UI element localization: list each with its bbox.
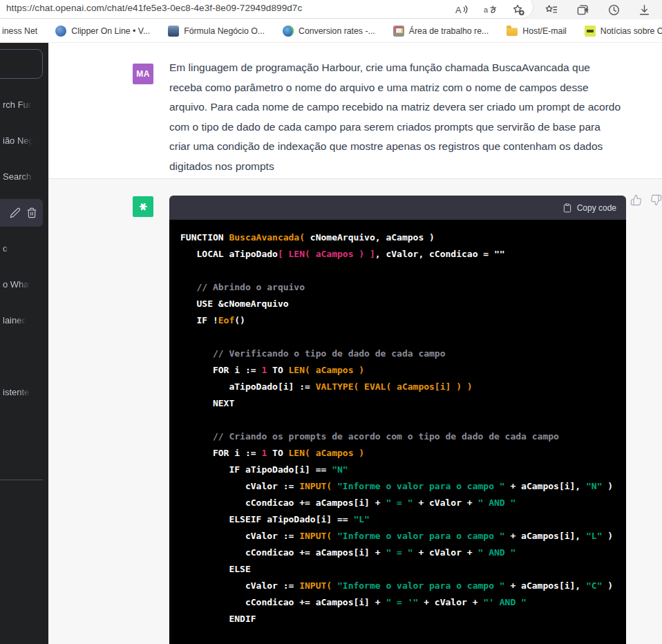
feedback-buttons: [630, 194, 662, 206]
chatgpt-avatar: [133, 196, 153, 217]
code-line: FUNCTION BuscaAvancada( cNomeArquivo, aC…: [180, 229, 621, 246]
code-line: FOR i := 1 TO LEN( aCampos ): [180, 445, 621, 462]
bookmark-item[interactable]: Fórmula Negócio O...: [168, 26, 265, 37]
thumbs-down-icon[interactable]: [650, 194, 662, 206]
bookmark-label: Área de trabalho re...: [409, 26, 489, 36]
svg-text:A: A: [455, 4, 461, 15]
code-line: cValor := INPUT( "Informe o valor para o…: [180, 528, 621, 544]
sidebar-chat-item[interactable]: lained: [3, 315, 27, 329]
bookmark-item[interactable]: Host/E-mail: [507, 26, 567, 36]
bookmark-label: iness Net: [2, 26, 37, 36]
bookmark-item[interactable]: Notícias sobre Cop...: [585, 26, 662, 37]
downloads-icon[interactable]: [636, 1, 652, 18]
browser-toolbar: https://chat.openai.com/chat/e41fe5e3-0e…: [0, 0, 662, 19]
sidebar-chat-item-selected[interactable]: [0, 199, 43, 227]
code-line: ELSEIF aTipoDado[i] == "L": [180, 511, 621, 528]
bookmarks-bar: iness NetClipper On Line • V...Fórmula N…: [0, 19, 662, 43]
url-text: https://chat.openai.com/chat/e41fe5e3-0e…: [6, 3, 302, 13]
folder-favicon-icon: [507, 28, 518, 36]
code-body: FUNCTION BuscaAvancada( cNomeArquivo, aC…: [169, 220, 626, 644]
code-line: cCondicao += aCampos[i] + " = '" + cValo…: [180, 594, 621, 611]
user-avatar: MA: [133, 64, 153, 84]
bookmark-label: Conversion rates -...: [299, 26, 375, 36]
sidebar-divider: [0, 480, 43, 480]
bookmark-label: Host/E-mail: [522, 26, 567, 36]
translate-icon[interactable]: a: [482, 1, 498, 18]
code-line: ELSE: [180, 561, 621, 578]
chat-panel: MA Em linguagem de programação Harbour, …: [48, 43, 662, 644]
favorites-bar-icon[interactable]: [542, 1, 559, 18]
bookmark-label: Fórmula Negócio O...: [184, 26, 265, 36]
trash-icon[interactable]: [26, 207, 37, 218]
code-line: // Abrindo o arquivo: [180, 279, 621, 296]
code-line: IF aTipoDado[i] == "N": [180, 462, 621, 478]
clipboard-icon: [562, 203, 572, 213]
user-message-section: MA Em linguagem de programação Harbour, …: [48, 43, 662, 178]
bookmark-item[interactable]: Área de trabalho re...: [393, 26, 489, 37]
assistant-message-section: Copy code FUNCTION BuscaAvancada( cNomeA…: [48, 178, 662, 644]
code-line: // Verificando o tipo de dado de cada ca…: [180, 345, 621, 362]
bookmark-label: Clipper On Line • V...: [71, 26, 150, 36]
chatgpt-sidebar: rch Funião NegSearch foo Whatlainedisten…: [0, 43, 48, 644]
code-line: [180, 412, 621, 428]
sidebar-chat-item[interactable]: istente.: [3, 387, 32, 401]
code-line: cValor := INPUT( "Informe o valor para o…: [180, 478, 621, 495]
user-message-text: Em linguagem de programação Harbour, cri…: [169, 58, 624, 176]
bookmark-item[interactable]: Conversion rates -...: [283, 26, 375, 37]
copy-code-button[interactable]: Copy code: [169, 196, 626, 220]
sidebar-chat-item[interactable]: ião Neg: [3, 135, 34, 149]
monitor-favicon-icon: [393, 26, 404, 37]
copy-code-label: Copy code: [577, 203, 616, 213]
code-line: // Criando os prompts de acordo com o ti…: [180, 428, 621, 445]
code-line: LOCAL aTipoDado[ LEN( aCampos ) ], cValo…: [180, 246, 621, 263]
code-line: aTipoDado[i] := VALTYPE( EVAL( aCampos[i…: [180, 379, 621, 395]
sidebar-chat-item[interactable]: o: [3, 243, 8, 257]
code-line: NEXT: [180, 395, 621, 412]
history-icon[interactable]: [605, 1, 622, 18]
bookmark-item[interactable]: iness Net: [2, 26, 37, 36]
new-chat-button[interactable]: [0, 49, 43, 79]
globe-blue-favicon-icon: [55, 26, 66, 37]
add-favorite-icon[interactable]: [510, 1, 527, 18]
thumbs-up-icon[interactable]: [630, 194, 642, 206]
code-line: cCondicao += aCampos[i] + " = " + cValor…: [180, 495, 621, 511]
edit-pencil-icon[interactable]: [10, 207, 21, 218]
photo-favicon-icon: [168, 26, 179, 37]
bookmark-label: Notícias sobre Cop...: [600, 26, 662, 36]
sidebar-chat-item[interactable]: Search f: [3, 171, 36, 185]
svg-text:a: a: [484, 5, 489, 13]
code-line: cValor := INPUT( "Informe o valor para o…: [180, 578, 621, 594]
code-line: cCondicao += aCampos[i] + " = " + cValor…: [180, 544, 621, 561]
code-block: Copy code FUNCTION BuscaAvancada( cNomeA…: [169, 196, 626, 644]
code-line: IF !Eof(): [180, 312, 621, 329]
code-line: [180, 329, 621, 345]
bookmark-item[interactable]: Clipper On Line • V...: [55, 26, 150, 37]
sidebar-chat-item[interactable]: rch Fun: [3, 100, 33, 113]
sidebar-chat-item[interactable]: o What: [3, 279, 31, 293]
collections-icon[interactable]: [574, 1, 591, 18]
code-line: FOR i := 1 TO LEN( aCampos ): [180, 362, 621, 379]
globe-waves-favicon-icon: [283, 26, 294, 37]
news-favicon-icon: [585, 26, 596, 37]
code-line: USE &cNomeArquivo: [180, 296, 621, 312]
code-line: [180, 263, 621, 279]
code-line: ENDIF: [180, 611, 621, 627]
read-aloud-icon[interactable]: A: [453, 1, 469, 18]
